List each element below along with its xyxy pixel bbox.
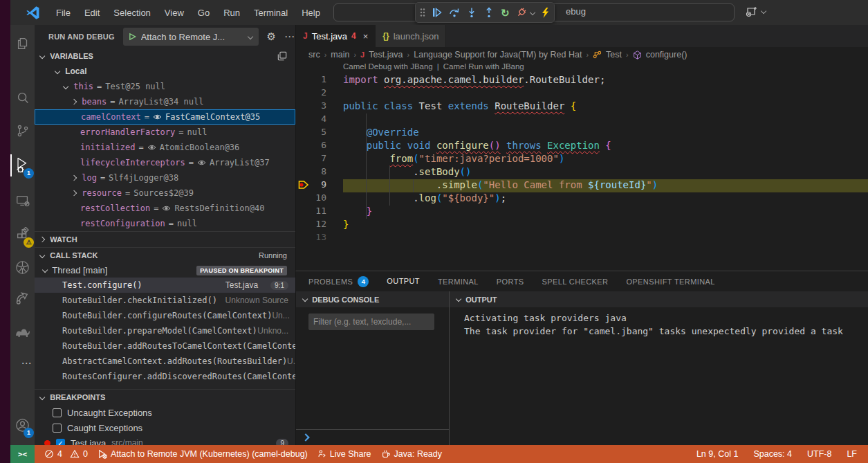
launch-settings-gear-icon[interactable]: ⚙ xyxy=(267,30,276,43)
checkbox-checked[interactable]: ✓ xyxy=(56,439,65,446)
breakpoint-row-testjava[interactable]: ✓ Test.java src/main 9 xyxy=(35,435,295,445)
tab-problems[interactable]: PROBLEMS 4 xyxy=(308,271,369,291)
accounts-icon[interactable]: 1 xyxy=(10,411,35,439)
line-number[interactable]: 2 xyxy=(296,87,326,100)
variable-row-camelcontext[interactable]: camelContext = FastCamelContext@35 xyxy=(35,109,295,125)
more-actions-icon[interactable]: ⋯ xyxy=(10,349,35,377)
problems-status[interactable]: 4 0 xyxy=(44,449,88,459)
variables-section-header[interactable]: VARIABLES xyxy=(35,48,295,64)
menu-item-terminal[interactable]: Terminal xyxy=(248,5,294,21)
lazy-eval-eye-icon[interactable] xyxy=(197,159,206,166)
variable-row-lifecycleinterceptors[interactable]: lifecycleInterceptors = ArrayList@37 xyxy=(35,155,295,170)
lazy-eval-eye-icon[interactable] xyxy=(153,114,162,120)
indentation-setting[interactable]: Spaces: 4 xyxy=(753,449,792,459)
restart-icon[interactable]: ↻ xyxy=(501,8,510,18)
line-number[interactable]: 10 xyxy=(296,192,326,206)
breakpoint-row-caught[interactable]: Caught Exceptions xyxy=(35,420,295,435)
explorer-icon[interactable] xyxy=(10,29,35,57)
eol-setting[interactable]: LF xyxy=(847,449,857,459)
live-share-status[interactable]: Live Share xyxy=(317,449,371,459)
breadcrumb-main[interactable]: main xyxy=(331,50,349,60)
tab-output[interactable]: OUTPUT xyxy=(387,271,420,292)
debug-more-actions-icon[interactable]: ⋯ xyxy=(284,30,295,43)
launch-config-dropdown[interactable]: Attach to Remote J... xyxy=(123,28,259,46)
kubernetes-icon[interactable] xyxy=(10,253,35,281)
call-stack-section-header[interactable]: CALL STACK Running xyxy=(35,247,295,263)
encoding-setting[interactable]: UTF-8 xyxy=(807,449,831,459)
breadcrumb-src[interactable]: src xyxy=(308,50,320,60)
thread-row[interactable]: Thread [main] PAUSED ON BREAKPOINT xyxy=(35,263,295,278)
line-number[interactable]: 6 xyxy=(296,140,326,153)
debug-console-input[interactable] xyxy=(296,429,449,445)
codelens-camel-debug-link[interactable]: Camel Debug with JBang xyxy=(343,62,433,73)
watch-section-header[interactable]: WATCH xyxy=(35,231,295,247)
checkbox-unchecked[interactable] xyxy=(53,408,62,417)
extensions-icon[interactable]: ⚠ xyxy=(10,221,35,248)
run-and-debug-icon[interactable]: 1 xyxy=(10,152,35,179)
menu-item-selection[interactable]: Selection xyxy=(107,5,156,21)
line-number[interactable]: 1 xyxy=(296,74,326,87)
line-number[interactable]: 7 xyxy=(296,153,326,166)
codelens-camel-run-link[interactable]: Camel Run with JBang xyxy=(443,62,524,73)
continue-icon[interactable] xyxy=(432,7,443,18)
step-over-icon[interactable] xyxy=(449,7,460,18)
tab-ports[interactable]: PORTS xyxy=(497,271,524,291)
step-into-icon[interactable] xyxy=(466,7,477,18)
tab-spell-checker[interactable]: SPELL CHECKER xyxy=(542,271,609,291)
breadcrumb-language-support[interactable]: Language Support for Java(TM) by Red Hat xyxy=(414,50,582,60)
stack-frame[interactable]: RouteBuilder.addRoutesToCamelContext(Cam… xyxy=(35,338,295,354)
debug-console-filter-input[interactable] xyxy=(308,314,434,330)
window-action[interactable] xyxy=(746,6,766,17)
disconnect-icon[interactable] xyxy=(516,7,527,18)
line-number[interactable]: 8 xyxy=(296,166,326,179)
openshift-icon[interactable] xyxy=(10,284,35,312)
variable-row-restconfiguration[interactable]: restConfiguration = null xyxy=(35,216,295,231)
menu-item-go[interactable]: Go xyxy=(192,5,216,21)
stack-frame[interactable]: RouteBuilder.prepareModel(CamelContext) … xyxy=(35,323,295,338)
tab-launchjson[interactable]: {} launch.json xyxy=(376,25,446,47)
remote-explorer-icon[interactable] xyxy=(10,187,35,215)
remote-indicator[interactable]: >< xyxy=(10,445,35,463)
tab-testjava[interactable]: J Test.java 4 × xyxy=(296,25,376,47)
variables-scope-row[interactable]: Local xyxy=(35,64,295,79)
menu-item-view[interactable]: View xyxy=(158,5,190,21)
search-icon[interactable] xyxy=(10,84,35,112)
breadcrumb-method[interactable]: configure() xyxy=(646,50,687,60)
line-number[interactable]: 4 xyxy=(296,114,326,127)
line-number[interactable]: 5 xyxy=(296,127,326,140)
line-number[interactable]: 12 xyxy=(296,219,326,232)
chevron-down-icon[interactable] xyxy=(529,10,535,16)
line-number[interactable]: 11 xyxy=(296,206,326,219)
output-header[interactable]: OUTPUT xyxy=(450,291,868,307)
tab-terminal[interactable]: TERMINAL xyxy=(438,271,479,291)
breakpoint-row-uncaught[interactable]: Uncaught Exceptions xyxy=(35,405,295,420)
step-out-icon[interactable] xyxy=(483,7,495,18)
source-control-icon[interactable] xyxy=(10,117,35,145)
stack-frame[interactable]: Test.configure() Test.java 9:1 xyxy=(35,278,295,293)
variable-row-errorhandlerfactory[interactable]: errorHandlerFactory = null xyxy=(35,125,295,140)
open-panes-icon[interactable] xyxy=(277,51,287,61)
variable-row-initialized[interactable]: initialized = AtomicBoolean@36 xyxy=(35,140,295,155)
tab-openshift-terminal[interactable]: OPENSHIFT TERMINAL xyxy=(626,271,714,291)
menu-item-help[interactable]: Help xyxy=(295,5,326,21)
debug-session-status[interactable]: Attach to Remote JVM (Kubernetes) (camel… xyxy=(98,449,308,459)
lazy-eval-eye-icon[interactable] xyxy=(162,205,171,212)
java-status[interactable]: Java: Ready xyxy=(381,449,442,459)
line-number[interactable]: 13 xyxy=(296,232,326,245)
variable-row-resource[interactable]: resource = Sources$2@39 xyxy=(35,185,295,201)
paused-breakpoint-gutter-icon[interactable] xyxy=(298,180,309,190)
camel-icon[interactable] xyxy=(10,316,35,344)
close-icon[interactable]: × xyxy=(363,31,369,42)
lazy-eval-eye-icon[interactable] xyxy=(147,144,156,151)
hot-code-replace-icon[interactable] xyxy=(541,8,550,18)
variable-row-this[interactable]: this = Test@25 null xyxy=(35,79,295,94)
stack-frame[interactable]: RouteBuilder.checkInitialized() Unknown … xyxy=(35,293,295,308)
stack-frame[interactable]: RouteBuilder.configureRoutes(CamelContex… xyxy=(35,308,295,323)
menu-item-edit[interactable]: Edit xyxy=(78,5,106,21)
line-number[interactable]: 3 xyxy=(296,100,326,114)
menu-item-file[interactable]: File xyxy=(50,5,77,21)
cursor-position[interactable]: Ln 9, Col 1 xyxy=(696,449,738,459)
drag-handle-icon[interactable] xyxy=(420,8,425,17)
variable-row-restcollection[interactable]: restCollection = RestsDefinition@40 xyxy=(35,201,295,216)
checkbox-unchecked[interactable] xyxy=(53,424,62,433)
